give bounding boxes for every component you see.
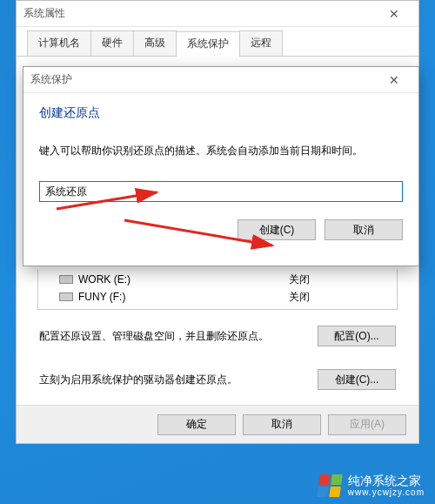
tab-hardware[interactable]: 硬件 — [90, 30, 134, 56]
watermark: 纯净系统之家 www.ycwjzy.com — [318, 474, 425, 497]
drive-name: FUNY (F:) — [78, 291, 289, 303]
tab-system-protection[interactable]: 系统保护 — [176, 31, 240, 57]
close-icon[interactable]: ✕ — [377, 71, 412, 90]
dialog-heading: 创建还原点 — [39, 105, 403, 121]
dialog-create-button[interactable]: 创建(C) — [238, 219, 316, 240]
dialog-title: 系统保护 — [30, 72, 377, 87]
create-restore-point-dialog: 系统保护 ✕ 创建还原点 键入可以帮助你识别还原点的描述。系统会自动添加当前日期… — [23, 66, 419, 266]
watermark-line1: 纯净系统之家 — [348, 474, 425, 487]
configure-text: 配置还原设置、管理磁盘空间，并且删除还原点。 — [39, 329, 307, 344]
sysprops-title: 系统属性 — [23, 6, 377, 21]
drive-status: 关闭 — [289, 272, 376, 287]
apply-button[interactable]: 应用(A) — [328, 414, 406, 435]
dialog-titlebar: 系统保护 ✕ — [23, 67, 418, 93]
drive-status: 关闭 — [289, 290, 376, 305]
configure-button[interactable]: 配置(O)... — [318, 326, 396, 346]
watermark-logo-icon — [317, 474, 343, 497]
tab-remote[interactable]: 远程 — [239, 30, 283, 56]
create-text: 立刻为启用系统保护的驱动器创建还原点。 — [39, 373, 307, 387]
watermark-line2: www.ycwjzy.com — [348, 487, 425, 497]
button-row: 确定 取消 应用(A) — [17, 405, 418, 443]
drive-list: WORK (E:) 关闭 FUNY (F:) 关闭 — [37, 269, 398, 310]
tab-advanced[interactable]: 高级 — [133, 30, 177, 56]
dialog-description: 键入可以帮助你识别还原点的描述。系统会自动添加当前日期和时间。 — [39, 144, 403, 158]
tab-computer-name[interactable]: 计算机名 — [27, 30, 91, 56]
close-icon[interactable]: ✕ — [377, 4, 412, 24]
drive-icon — [59, 275, 73, 284]
tabs: 计算机名 硬件 高级 系统保护 远程 — [17, 27, 418, 57]
drive-icon — [59, 292, 73, 301]
sysprops-titlebar: 系统属性 ✕ — [17, 1, 418, 27]
create-button[interactable]: 创建(C)... — [318, 369, 396, 390]
restore-point-name-input[interactable] — [39, 181, 403, 202]
ok-button[interactable]: 确定 — [157, 414, 236, 435]
drive-row[interactable]: FUNY (F:) 关闭 — [59, 288, 376, 306]
dialog-cancel-button[interactable]: 取消 — [325, 219, 403, 240]
cancel-button[interactable]: 取消 — [243, 414, 321, 435]
drive-row[interactable]: WORK (E:) 关闭 — [59, 271, 376, 288]
drive-name: WORK (E:) — [78, 273, 289, 286]
